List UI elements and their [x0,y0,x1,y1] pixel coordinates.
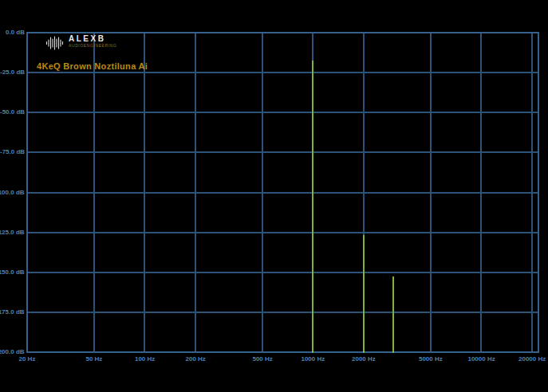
x-tick-label: 200 Hz [186,355,206,363]
y-tick-label: -50.0 dB [0,108,25,116]
x-tick-label: 20000 Hz [518,355,546,363]
y-tick-label: -100.0 dB [0,189,25,196]
x-tick-label: 50 Hz [85,355,102,363]
y-tick-label: -75.0 dB [0,148,25,155]
spectrum-analyzer-window: 0.0 dB-25.0 dB-50.0 dB-75.0 dB-100.0 dB-… [0,0,548,392]
y-tick-label: -125.0 dB [0,229,25,236]
x-tick-label: 20 Hz [19,355,36,363]
y-tick-label: -25.0 dB [0,69,25,76]
waveform-icon [45,36,65,50]
y-tick-label: -175.0 dB [0,308,25,316]
x-tick-label: 500 Hz [252,355,272,363]
axis-labels-layer: 0.0 dB-25.0 dB-50.0 dB-75.0 dB-100.0 dB-… [0,0,548,392]
preset-title: 4KeQ Brown Noztiluna Ai [37,61,148,71]
x-tick-label: 5000 Hz [419,355,443,363]
logo-name: ALEXB [69,34,116,43]
x-tick-label: 2000 Hz [352,355,376,363]
x-tick-label: 100 Hz [135,355,155,363]
logo-text-block: ALEXB AUDIOENGINEERING [69,34,116,48]
alexb-logo: ALEXB AUDIOENGINEERING [45,34,116,50]
y-tick-label: -200.0 dB [0,348,25,355]
x-tick-label: 10000 Hz [467,355,495,363]
y-tick-label: -150.0 dB [0,269,25,276]
logo-subtitle: AUDIOENGINEERING [69,43,116,48]
x-tick-label: 1000 Hz [301,355,325,363]
y-tick-label: 0.0 dB [6,29,25,36]
